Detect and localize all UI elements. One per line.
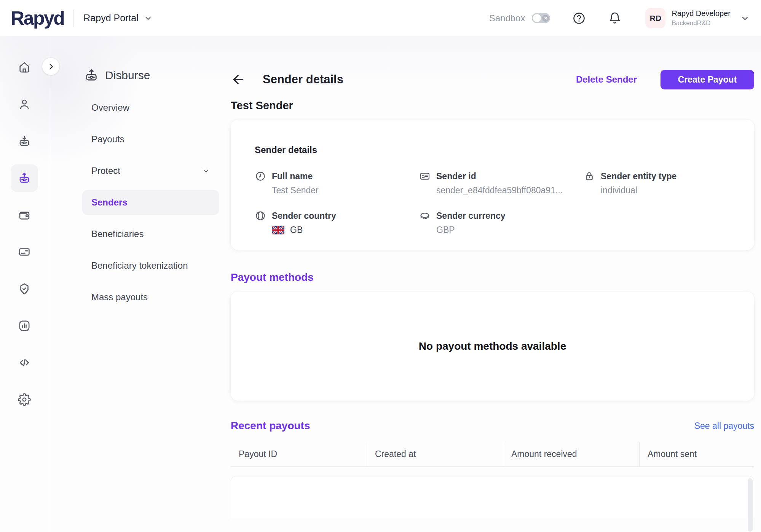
header-right: Sandbox ✕ [489, 8, 750, 28]
disburse-icon [18, 172, 31, 185]
field-label: Sender id [436, 171, 476, 182]
sidebar-item-protect[interactable]: Protect [82, 158, 219, 183]
column-header-created-at: Created at [367, 442, 503, 466]
field-label: Sender entity type [601, 171, 676, 182]
sender-name-heading: Test Sender [231, 99, 754, 112]
user-texts: Rapyd Developer BackendR&D [672, 9, 731, 27]
card-icon [18, 245, 31, 258]
help-icon [572, 11, 586, 25]
field-sender-id: Sender id sender_e84fddfea59bff080a91... [419, 170, 584, 196]
page-actions: Delete Sender Create Payout [576, 70, 754, 89]
sidebar-item-label: Senders [91, 197, 128, 208]
id-card-icon [419, 170, 431, 182]
rail-item-settings[interactable] [11, 386, 38, 413]
rail-item-collect[interactable] [11, 127, 38, 155]
field-value: individual [601, 185, 731, 196]
table-scrollbar[interactable] [748, 478, 753, 532]
sandbox-label: Sandbox [489, 13, 525, 24]
rail-item-cards[interactable] [11, 238, 38, 266]
sidebar-item-beneficiary-tokenization[interactable]: Beneficiary tokenization [82, 253, 219, 278]
recent-payouts-heading: Recent payouts [231, 420, 310, 432]
sidebar-menu: Overview Payouts Protect Senders Benefic… [49, 95, 221, 310]
rail-item-disburse[interactable] [11, 164, 38, 192]
rail-item-developers[interactable] [11, 349, 38, 376]
field-sender-currency: Sender currency GBP [419, 210, 584, 235]
lock-icon [584, 170, 595, 182]
chevron-down-icon [144, 14, 152, 22]
column-header-payout-id: Payout ID [231, 442, 367, 466]
field-label: Sender country [272, 211, 336, 221]
sidebar-item-label: Payouts [91, 134, 124, 145]
sidebar-item-payouts[interactable]: Payouts [82, 127, 219, 152]
sidebar-item-label: Beneficiary tokenization [91, 260, 188, 271]
notifications-button[interactable] [608, 11, 622, 25]
collect-icon [18, 135, 31, 148]
rail-item-home[interactable] [11, 54, 38, 81]
see-all-payouts-link[interactable]: See all payouts [694, 421, 754, 431]
field-value: sender_e84fddfea59bff080a91... [436, 185, 584, 196]
uk-flag-icon [272, 226, 284, 234]
back-arrow-icon [231, 72, 246, 87]
sidebar-item-mass-payouts[interactable]: Mass payouts [82, 285, 219, 310]
delete-sender-button[interactable]: Delete Sender [576, 74, 637, 85]
sidebar-item-overview[interactable]: Overview [82, 95, 219, 120]
wallet-icon [18, 209, 31, 221]
field-label: Sender currency [436, 211, 506, 221]
rapyd-logo[interactable]: Rapyd [11, 7, 64, 29]
payout-methods-card: No payout methods available [231, 291, 754, 401]
payouts-table-body [231, 476, 754, 518]
portal-switcher[interactable]: Rapyd Portal [83, 13, 152, 24]
coin-icon [419, 210, 431, 221]
payouts-table-header: Payout ID Created at Amount received Amo… [231, 442, 754, 467]
rail-item-wallet[interactable] [11, 201, 38, 229]
chevron-down-icon [740, 14, 750, 23]
icon-nav-rail [0, 36, 49, 532]
globe-icon [255, 210, 266, 221]
sidebar-item-label: Overview [91, 102, 129, 113]
rail-item-compliance[interactable] [11, 275, 38, 303]
page-header: Sender details Delete Sender Create Payo… [231, 70, 754, 89]
sidebar-item-senders[interactable]: Senders [82, 190, 219, 215]
user-menu[interactable]: RD Rapyd Developer BackendR&D [645, 8, 750, 28]
header-divider [73, 10, 73, 27]
country-code: GB [290, 225, 303, 235]
rail-item-reports[interactable] [11, 312, 38, 339]
rapyd-portal-screen: Rapyd Rapyd Portal Sandbox ✕ [0, 0, 761, 532]
sender-details-heading: Sender details [255, 145, 731, 155]
user-name: Rapyd Developer [672, 9, 731, 18]
field-entity-type: Sender entity type individual [584, 170, 731, 196]
sandbox-toggle[interactable]: ✕ [532, 13, 550, 23]
disburse-sidebar: Disburse Overview Payouts Protect Sender… [49, 36, 221, 532]
main-content: Sender details Delete Sender Create Payo… [221, 36, 761, 532]
person-icon [18, 98, 31, 111]
user-org: BackendR&D [672, 19, 731, 27]
toggle-x-icon: ✕ [542, 15, 549, 22]
expand-sidebar-button[interactable] [42, 58, 59, 75]
column-header-amount-received: Amount received [503, 442, 639, 466]
sidebar-title: Disburse [49, 65, 221, 86]
help-button[interactable] [572, 11, 586, 25]
bar-chart-icon [18, 319, 31, 332]
portal-name: Rapyd Portal [83, 13, 139, 24]
payout-methods-empty-text: No payout methods available [419, 340, 566, 352]
create-payout-button[interactable]: Create Payout [660, 70, 754, 89]
sender-details-card: Sender details Full name Test Sender [231, 119, 754, 250]
field-value: GB [272, 225, 419, 235]
disburse-icon [84, 68, 99, 83]
back-button[interactable] [231, 72, 247, 87]
sender-details-fields: Full name Test Sender [255, 170, 731, 235]
gear-icon [18, 393, 31, 406]
sidebar-item-beneficiaries[interactable]: Beneficiaries [82, 221, 219, 247]
rail-item-clients[interactable] [11, 91, 38, 118]
workspace: Disburse Overview Payouts Protect Sender… [0, 36, 761, 532]
payout-methods-heading: Payout methods [231, 271, 754, 284]
sidebar-item-label: Beneficiaries [91, 229, 144, 239]
field-value: Test Sender [272, 185, 419, 196]
code-icon [18, 356, 31, 369]
field-label: Full name [272, 171, 313, 182]
sidebar-title-label: Disburse [105, 69, 150, 82]
shield-check-icon [18, 282, 31, 295]
recent-payouts-header-row: Recent payouts See all payouts [231, 420, 754, 432]
avatar: RD [645, 8, 665, 28]
sidebar-item-label: Protect [91, 166, 120, 176]
